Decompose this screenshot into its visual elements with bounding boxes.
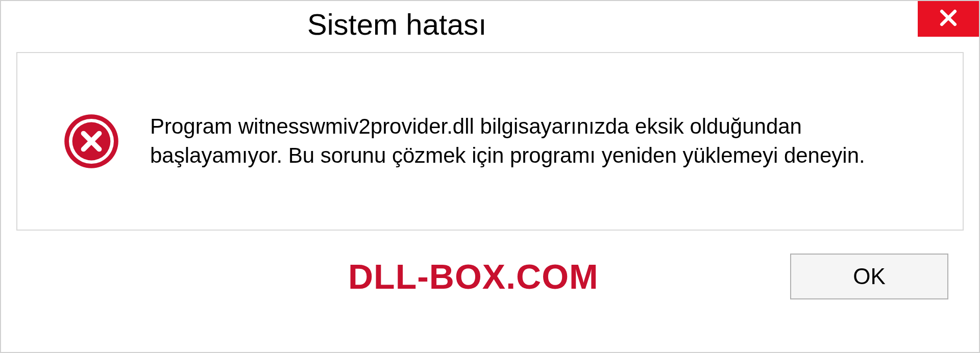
footer: DLL-BOX.COM OK (1, 231, 979, 322)
content-area: Program witnesswmiv2provider.dll bilgisa… (16, 52, 964, 231)
close-icon (937, 7, 960, 31)
error-dialog: Sistem hatası Program witnesswmiv2provid… (0, 0, 980, 353)
watermark-text: DLL-BOX.COM (348, 257, 599, 296)
ok-button[interactable]: OK (790, 254, 948, 299)
titlebar: Sistem hatası (1, 1, 979, 47)
error-icon (63, 113, 119, 169)
error-message: Program witnesswmiv2provider.dll bilgisa… (150, 112, 932, 170)
close-button[interactable] (918, 1, 979, 37)
dialog-title: Sistem hatası (307, 7, 486, 41)
